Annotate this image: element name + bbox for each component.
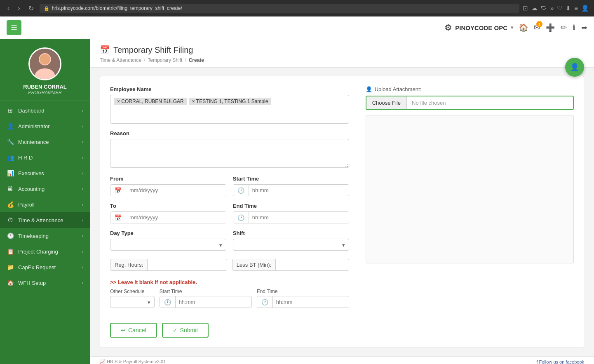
other-start-clock-button[interactable]: 🕐	[160, 296, 176, 308]
other-start-time-wrap: 🕐	[160, 296, 252, 308]
address-bar[interactable]: 🔒 hris.pinoycode.com/biometric/filing_te…	[40, 4, 519, 13]
other-start-time-input[interactable]	[176, 296, 251, 308]
upload-label: 👤 Upload Attachment:	[366, 86, 574, 92]
sidebar-item-timekeeping[interactable]: 🕐Timekeeping ›	[0, 228, 90, 244]
start-time-clock-button[interactable]: 🕐	[233, 185, 249, 196]
sidebar-item-project-charging[interactable]: 📋Project Charging ›	[0, 244, 90, 259]
time-attendance-icon: ⏱	[7, 217, 14, 223]
upload-section: 👤 Upload Attachment: Choose File No file…	[366, 86, 574, 263]
other-schedule-select-wrap	[110, 296, 155, 308]
form-card: Employee Name × CORRAL, RUBEN BULGAR × T…	[100, 76, 584, 348]
employee-name-label: Employee Name	[110, 86, 349, 92]
sidebar-item-hrd[interactable]: 👥H R D ›	[0, 150, 90, 165]
submit-label: Submit	[180, 327, 198, 333]
forward-icon[interactable]: ➦	[581, 23, 587, 32]
calendar-icon: 📅	[100, 45, 110, 55]
svg-point-3	[40, 54, 50, 65]
sidebar-item-wfh[interactable]: 🏠WFH Setup ›	[0, 275, 90, 291]
float-action-button[interactable]: 👤	[565, 58, 584, 77]
start-time-label: Start Time	[233, 176, 349, 182]
cancel-icon: ↩	[121, 327, 126, 333]
less-bt-input[interactable]	[276, 259, 349, 270]
to-calendar-button[interactable]: 📅	[110, 212, 126, 223]
file-name-placeholder: No file chosen	[407, 96, 573, 109]
shift-select[interactable]	[233, 239, 349, 251]
chevron-icon-hrd: ›	[82, 155, 83, 160]
back-button[interactable]: ‹	[5, 4, 12, 13]
info-icon[interactable]: ℹ	[573, 23, 575, 32]
notification-badge: 1	[536, 21, 542, 27]
sidebar-label-time-attendance: Time & Attendance	[18, 217, 63, 223]
form-left: Employee Name × CORRAL, RUBEN BULGAR × T…	[110, 86, 349, 338]
capex-icon: 📁	[7, 264, 14, 270]
browser-action-1[interactable]: ⊡	[523, 5, 528, 12]
submit-icon: ✓	[173, 327, 178, 333]
sidebar-item-administrator[interactable]: 👤Administrator ›	[0, 118, 90, 134]
other-schedule-group: Other Schedule	[110, 289, 155, 308]
other-end-time-group: End Time 🕐	[257, 289, 349, 308]
sidebar-item-payroll[interactable]: 💰Payroll ›	[0, 197, 90, 212]
refresh-button[interactable]: ↻	[26, 4, 36, 13]
timekeeping-icon: 🕐	[7, 232, 14, 239]
home-icon[interactable]: 🏠	[519, 23, 528, 32]
brand-dropdown-arrow[interactable]: ▾	[511, 25, 513, 31]
mail-icon[interactable]: ✉ 1	[534, 23, 540, 32]
sidebar-item-capex[interactable]: 📁CapEx Request ›	[0, 259, 90, 275]
tag-corral[interactable]: × CORRAL, RUBEN BULGAR	[114, 98, 187, 105]
day-type-label: Day Type	[110, 230, 226, 236]
chart-icon: 📈	[100, 359, 106, 364]
reason-label: Reason	[110, 130, 349, 136]
start-time-wrap: 🕐	[233, 184, 349, 196]
shift-group: Shift	[233, 230, 349, 251]
sidebar-item-time-attendance[interactable]: ⏱Time & Attendance ›	[0, 212, 90, 228]
day-type-select[interactable]	[110, 239, 226, 251]
edit-icon[interactable]: ✏	[561, 23, 567, 32]
browser-action-4[interactable]: »	[550, 5, 554, 12]
employee-name-tag-input[interactable]: × CORRAL, RUBEN BULGAR × TESTING 1, TEST…	[110, 95, 349, 124]
other-end-time-input[interactable]	[273, 296, 349, 308]
breadcrumb-time-attendance[interactable]: Time & Attendance	[100, 57, 141, 63]
browser-action-2[interactable]: ☁	[531, 5, 538, 12]
administrator-icon: 👤	[7, 123, 14, 129]
form-right: 👤 Upload Attachment: Choose File No file…	[366, 86, 574, 338]
from-calendar-button[interactable]: 📅	[110, 185, 126, 196]
from-date-input[interactable]	[126, 185, 226, 196]
tag-input-cursor[interactable]	[273, 98, 335, 105]
other-schedule-select[interactable]	[110, 296, 155, 308]
start-time-input[interactable]	[249, 185, 349, 196]
dashboard-icon: ⊞	[7, 107, 14, 114]
sidebar-item-dashboard[interactable]: ⊞Dashboard ›	[0, 103, 90, 118]
browser-action-7[interactable]: ≡	[574, 5, 578, 12]
sidebar-item-maintenance[interactable]: 🔧Maintenance ›	[0, 134, 90, 150]
choose-file-button[interactable]: Choose File	[366, 96, 407, 109]
tag-testing[interactable]: × TESTING 1, TESTING 1 Sample	[189, 98, 272, 105]
end-time-input[interactable]	[249, 212, 349, 223]
forward-button[interactable]: ›	[15, 4, 22, 13]
start-time-group: Start Time 🕐	[233, 176, 349, 196]
chevron-icon-maintenance: ›	[82, 139, 83, 144]
breadcrumb-temporary-shift[interactable]: Temporary Shift	[148, 57, 182, 63]
sidebar-item-executives[interactable]: 📊Executives ›	[0, 165, 90, 181]
other-end-time-wrap: 🕐	[257, 296, 349, 308]
sidebar-item-accounting[interactable]: 🏛Accounting ›	[0, 181, 90, 197]
footer-facebook-link[interactable]: f Follow us on facebook	[536, 359, 584, 364]
other-end-clock-button[interactable]: 🕐	[257, 296, 273, 308]
breadcrumb: Time & Attendance / Temporary Shift / Cr…	[100, 57, 584, 63]
browser-action-8[interactable]: 👤	[581, 5, 589, 12]
submit-button[interactable]: ✓ Submit	[162, 323, 209, 338]
browser-action-6[interactable]: ⬇	[566, 5, 571, 12]
menu-toggle-button[interactable]: ☰	[7, 20, 21, 35]
reason-textarea[interactable]	[110, 139, 349, 168]
other-end-time-label: End Time	[257, 289, 349, 294]
browser-action-5[interactable]: ♡	[557, 5, 562, 12]
end-time-clock-button[interactable]: 🕐	[233, 212, 249, 223]
add-icon[interactable]: ➕	[546, 23, 555, 32]
reg-hours-input[interactable]	[148, 259, 226, 270]
user-name: RUBEN CORRAL	[23, 84, 66, 90]
cancel-button[interactable]: ↩ Cancel	[110, 323, 157, 338]
shift-select-wrap	[233, 239, 349, 251]
warning-section: >> Leave it blank if not applicable. Oth…	[110, 279, 349, 315]
to-date-input[interactable]	[126, 212, 226, 223]
browser-action-3[interactable]: 🛡	[541, 5, 547, 12]
project-charging-icon: 📋	[7, 248, 14, 255]
